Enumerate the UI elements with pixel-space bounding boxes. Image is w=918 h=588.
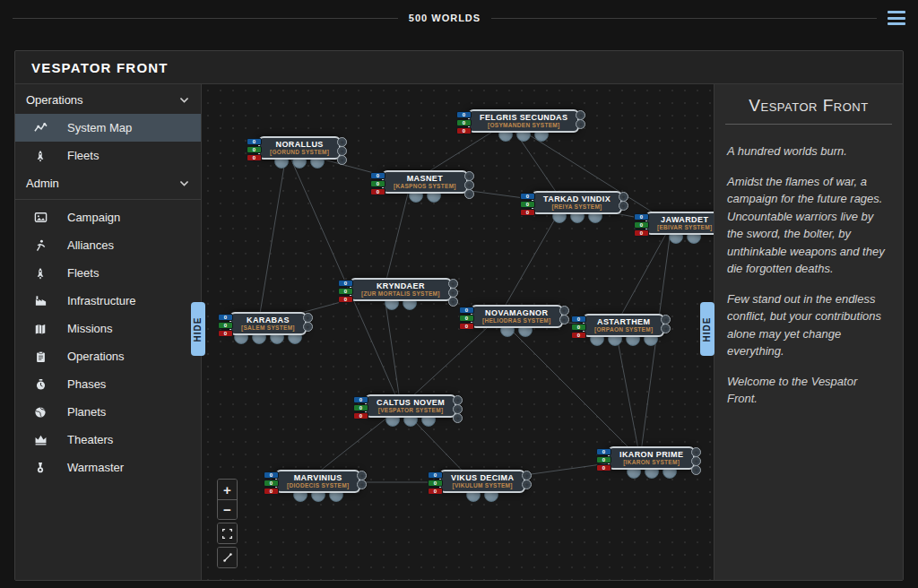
- system-node-astarthem[interactable]: 000ASTARTHEM[ORPAON SYSTEM]✧✧: [583, 314, 664, 337]
- system-node-marvinius[interactable]: 000MARVINIUS[DIODECIS SYSTEM]✧✧: [275, 470, 360, 493]
- red-faction-chip: 0: [370, 188, 385, 195]
- sidebar-item-phases[interactable]: Phases: [15, 370, 201, 398]
- hide-sidebar-label: HIDE: [194, 316, 204, 342]
- sidebar-section-admin[interactable]: Admin: [15, 169, 201, 197]
- red-faction-chip: 0: [247, 154, 262, 161]
- campaign-panel: VESPATOR FRONT OperationsSystem MapFleet…: [14, 50, 904, 581]
- sidebar-item-theaters[interactable]: Theaters: [15, 426, 201, 454]
- fullscreen-button[interactable]: [218, 523, 237, 543]
- sidebar-item-label: Campaign: [67, 211, 120, 224]
- info-body: A hundred worlds burn.Amidst the flames …: [714, 125, 903, 413]
- red-faction-chip: 0: [596, 464, 611, 471]
- red-faction-chip: 0: [428, 488, 443, 495]
- system-node-box[interactable]: MASNET[KASPNOS SYSTEM]: [382, 170, 468, 194]
- system-subtitle: [GORUND SYSTEM]: [270, 149, 329, 155]
- red-faction-chip: 0: [459, 323, 474, 330]
- system-name: NOVAMAGNOR: [482, 308, 551, 317]
- sidebar: OperationsSystem MapFleetsAdminCampaignA…: [15, 84, 202, 580]
- system-name: MASNET: [394, 174, 456, 183]
- hyperlane-edge: [401, 317, 498, 407]
- green-faction-chip: 0: [218, 322, 233, 329]
- sidebar-item-fleets[interactable]: Fleets: [15, 259, 201, 287]
- system-badges: ✧✧✧: [691, 447, 701, 474]
- system-name: MARVINIUS: [287, 473, 349, 482]
- hide-sidebar-tab[interactable]: HIDE: [191, 302, 205, 356]
- sidebar-item-label: Operations: [67, 350, 125, 363]
- blue-faction-chip: 0: [571, 316, 586, 323]
- system-node-box[interactable]: FELGRIS SECUNDAS[OSYMANDEN SYSTEM]: [468, 109, 579, 133]
- sidebar-item-label: Theaters: [67, 433, 113, 446]
- blue-faction-chip: 0: [520, 193, 535, 200]
- system-node-ikaron[interactable]: 000IKARON PRIME[IKARON SYSTEM]✧✧✧: [608, 446, 695, 470]
- system-node-box[interactable]: JAWARDET[EBIVAR SYSTEM]: [645, 212, 714, 235]
- red-faction-chip: 0: [634, 229, 649, 237]
- sidebar-section-operations[interactable]: Operations: [15, 86, 201, 114]
- system-marker-icon[interactable]: ✧: [337, 155, 347, 165]
- system-node-box[interactable]: KRYNDAER[ZUR MORTALIS SYSTEM]: [350, 278, 452, 301]
- system-node-box[interactable]: NOVAMAGNOR[HELIODRAS SYSTEM]: [471, 305, 563, 328]
- sidebar-item-alliances[interactable]: Alliances: [15, 231, 201, 259]
- system-node-box[interactable]: KARABAS[SALEM SYSTEM]: [230, 312, 307, 335]
- sidebar-item-system-map[interactable]: System Map: [15, 114, 201, 142]
- system-marker-icon[interactable]: ✧: [661, 324, 671, 333]
- sidebar-item-label: Fleets: [67, 266, 99, 280]
- fit-view-button[interactable]: [218, 548, 237, 567]
- zoom-in-button[interactable]: +: [218, 480, 237, 499]
- hyperlane-edge: [615, 326, 640, 459]
- hide-info-label: HIDE: [703, 316, 713, 342]
- red-faction-chip: 0: [338, 296, 353, 303]
- system-marker-icon[interactable]: ✧: [576, 119, 585, 129]
- system-marker-icon[interactable]: ✧: [448, 297, 458, 307]
- sidebar-item-missions[interactable]: Missions: [15, 315, 201, 342]
- system-marker-icon[interactable]: ✧: [522, 480, 532, 489]
- sidebar-item-infrastructure[interactable]: Infrastructure: [15, 287, 201, 315]
- system-name: ASTARTHEM: [594, 317, 653, 326]
- system-subtitle: [ORPAON SYSTEM]: [594, 326, 653, 333]
- system-node-novamagnor[interactable]: 000NOVAMAGNOR[HELIODRAS SYSTEM]✧✧: [471, 305, 563, 328]
- chevron-down-icon: [178, 94, 190, 106]
- system-node-kryndaer[interactable]: 000KRYNDAER[ZUR MORTALIS SYSTEM]✧✧✧: [350, 278, 452, 301]
- system-node-felgris[interactable]: 000FELGRIS SECUNDAS[OSYMANDEN SYSTEM]✧✧: [468, 109, 579, 133]
- system-node-jawardet[interactable]: 000JAWARDET[EBIVAR SYSTEM]✧✧✧: [645, 212, 714, 235]
- hamburger-menu-icon[interactable]: [888, 11, 905, 25]
- system-node-box[interactable]: ASTARTHEM[ORPAON SYSTEM]: [583, 314, 664, 337]
- sidebar-item-planets[interactable]: Planets: [15, 398, 201, 426]
- system-node-box[interactable]: VIKUS DECIMA[VIKULUM SYSTEM]: [439, 470, 525, 493]
- system-marker-icon[interactable]: ✧: [559, 315, 569, 324]
- info-title: Vespator Front: [714, 84, 903, 124]
- system-node-karabas[interactable]: 000KARABAS[SALEM SYSTEM]✧✧: [230, 312, 307, 335]
- sidebar-section-label: Operations: [26, 93, 83, 107]
- system-node-box[interactable]: MARVINIUS[DIODECIS SYSTEM]: [275, 470, 360, 493]
- system-name: NORALLUS: [270, 140, 329, 149]
- system-marker-icon[interactable]: ✧: [619, 201, 628, 211]
- sidebar-section-label: Admin: [26, 177, 59, 190]
- system-marker-icon[interactable]: ✧: [464, 189, 474, 199]
- sidebar-item-fleets[interactable]: Fleets: [15, 142, 201, 169]
- system-marker-icon[interactable]: ✧: [453, 413, 463, 423]
- system-node-masnet[interactable]: 000MASNET[KASPNOS SYSTEM]✧✧✧: [382, 170, 468, 194]
- system-badges: ✧✧✧: [464, 171, 474, 198]
- system-marker-icon[interactable]: ✧: [303, 322, 313, 332]
- blue-faction-chip: 0: [428, 471, 443, 479]
- system-name: KARABAS: [241, 316, 295, 324]
- system-subtitle: [REIYA SYSTEM]: [543, 203, 611, 210]
- system-node-vikus[interactable]: 000VIKUS DECIMA[VIKULUM SYSTEM]✧✧: [439, 470, 525, 493]
- sidebar-item-warmaster[interactable]: Warmaster: [15, 454, 201, 481]
- system-node-box[interactable]: TARKAD VINDIX[REIYA SYSTEM]: [532, 191, 622, 214]
- system-node-box[interactable]: CALTUS NOVEM[VESPATOR SYSTEM]: [365, 394, 456, 418]
- system-marker-icon[interactable]: ✧: [691, 465, 701, 475]
- system-node-caltus[interactable]: 000CALTUS NOVEM[VESPATOR SYSTEM]✧✧✧: [365, 394, 456, 418]
- green-faction-chip: 0: [456, 119, 472, 126]
- system-node-tarkad[interactable]: 000TARKAD VINDIX[REIYA SYSTEM]✧✧: [532, 191, 622, 214]
- sidebar-item-operations[interactable]: Operations: [15, 342, 201, 370]
- green-faction-chip: 0: [459, 315, 474, 322]
- system-node-box[interactable]: NORALLUS[GORUND SYSTEM]: [258, 136, 341, 160]
- hide-info-tab[interactable]: HIDE: [700, 302, 714, 356]
- system-marker-icon[interactable]: ✧: [357, 480, 367, 489]
- zoom-out-button[interactable]: −: [218, 499, 237, 519]
- system-node-box[interactable]: IKARON PRIME[IKARON SYSTEM]: [608, 446, 695, 470]
- blue-faction-chip: 0: [218, 314, 233, 321]
- sidebar-item-campaign[interactable]: Campaign: [15, 203, 201, 231]
- system-map[interactable]: +− 000NORALLUS[GORUND SYSTEM]✧✧✧000FELGR…: [202, 84, 714, 580]
- system-node-norallus[interactable]: 000NORALLUS[GORUND SYSTEM]✧✧✧: [258, 136, 341, 160]
